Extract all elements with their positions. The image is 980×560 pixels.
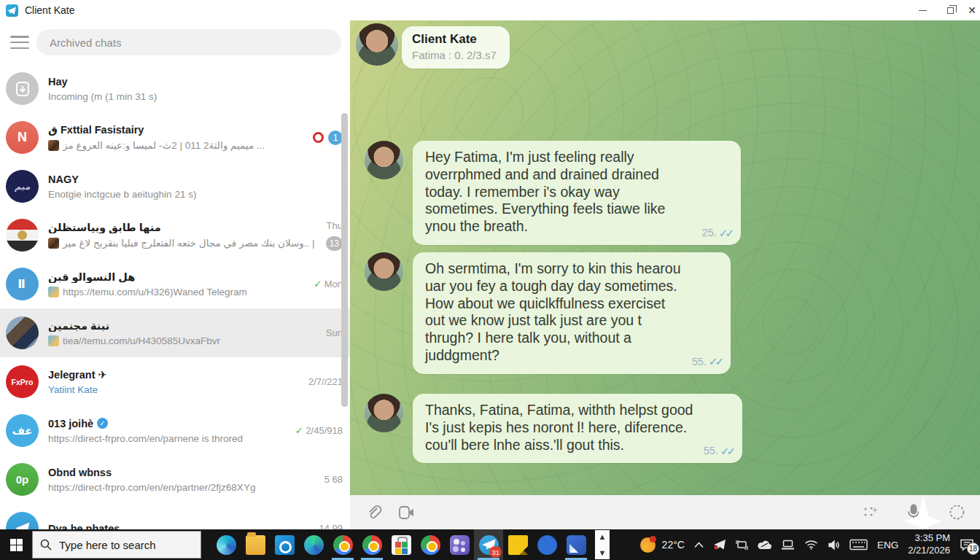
chrome-icon [333,535,353,555]
close-button[interactable]: ✕ [964,0,980,20]
taskbar-app-edge[interactable] [299,529,328,560]
message-thumbnail [48,335,59,346]
archive-icon [6,72,39,105]
chat-list: Hay Incoming (m (1 min 31 s) N ق Fxttial… [0,64,350,529]
language-indicator[interactable]: ENG [877,540,898,551]
message[interactable]: Hey Fatima, I'm just feeling really over… [365,141,741,245]
message-text: Hey Fatima, I'm just feeling really over… [425,149,665,234]
sticker-button[interactable] [949,504,965,521]
telegram-unread-badge: 31 [489,546,502,558]
double-check-icon: ✓✓ [719,227,731,240]
chrome-icon [362,535,382,555]
avatar-pause: Ⅱ [6,268,39,300]
message[interactable]: Thanks, Fatina, Fatima, withth helpst go… [365,394,742,463]
minimize-icon [919,10,927,11]
read-check-icon: ✓ [314,279,322,289]
taskbar-app-chrome-1[interactable] [328,529,357,560]
chat-row-dya[interactable]: Dya he phates 14 99 [0,504,350,529]
minimize-button[interactable] [909,0,936,20]
weather-widget[interactable]: 22°C [640,537,685,553]
taskbar-overflow-scroll[interactable]: ▲ ▼ [595,530,610,559]
chat-row-fxttial[interactable]: N ق Fxttial Fasistairy ميميم والتة2 011 … [0,113,350,162]
notification-center[interactable]: 18 [960,539,974,551]
weather-icon [640,537,656,553]
chat-name: نبنة مجنمين [48,320,322,332]
message[interactable]: Oh sermtima, I'm sorry to kin this hearo… [365,252,731,374]
sender-avatar [365,394,403,432]
archived-chats-search[interactable]: Archived chats [36,29,341,55]
chat-subtitle: https://direct-frpro.com/en/parnene is t… [48,433,243,444]
microphone-button[interactable] [906,504,921,521]
taskbar-app-outlook[interactable] [270,529,299,560]
taskbar-app-blue[interactable] [532,529,561,560]
avatar-op: 0p [6,463,39,496]
tray-telegram-icon[interactable] [713,539,726,551]
chat-subtitle: ميميم والتة2 011 | 2ث- لميسا و:عينه العر… [63,139,265,151]
sidebar-scrollbar[interactable] [341,113,348,407]
message-thumbnail [48,140,59,151]
taskbar-app-browser-beta[interactable] [211,529,241,560]
contact-status: Fatima : 0. 2/3.s7 [412,49,497,61]
chat-row-selected[interactable]: نبنة مجنمين tiea//temu.com/u/H430585Uvxa… [0,308,350,357]
video-message-button[interactable] [398,505,416,520]
taskbar-app-chrome-settings[interactable] [416,529,445,560]
taskbar-app-file-explorer[interactable] [241,529,270,560]
chat-time: Sun [326,327,343,338]
contact-avatar[interactable] [356,23,398,66]
verified-badge-icon: ✓ [97,418,108,429]
window-title: Client Kate [25,4,74,16]
tray-display-icon[interactable] [736,540,748,551]
message-text: Oh sermtima, I'm sorry to kin this hearo… [425,260,681,363]
edge-icon [304,535,324,555]
muted-badge: 13 [326,236,343,251]
avatar-letter-n: N [6,121,39,154]
tray-volume-icon[interactable] [828,540,840,551]
chat-row-obnd[interactable]: 0p Obnd wbnss https://direct-frpro.com/e… [0,455,350,504]
taskbar-app-store[interactable] [386,529,416,560]
chat-list-sidebar: Archived chats Hay Incoming (m (1 min 31… [0,20,350,529]
menu-icon[interactable] [10,36,29,49]
chat-name: Obnd wbnss [48,467,320,478]
telegram-avatar-icon [6,512,39,529]
chat-header[interactable]: Client Kate Fatima : 0. 2/3.s7 [356,23,510,69]
chat-row-jelegrant[interactable]: FxPro Jelegrant ✈ Yatiint Kate 2/7//221 [0,357,350,406]
blue-app-icon [537,535,557,555]
tray-laptop-icon[interactable] [781,540,795,550]
contact-name: Client Kate [412,32,497,47]
tray-onedrive-icon[interactable] [758,540,771,550]
telegram-app-icon [6,4,18,17]
people-app-icon [450,535,470,555]
tray-wifi-icon[interactable] [804,540,818,550]
chat-subtitle: Yatiint Kate [48,384,98,395]
chat-time: Mon [324,279,343,289]
taskbar-app-photos[interactable] [561,529,591,560]
taskbar-search[interactable]: Type here to search [32,531,201,559]
taskbar-app-telegram[interactable]: 31 [474,529,503,560]
taskbar-app-people[interactable] [445,529,474,560]
taskbar-app-sticky-notes[interactable] [503,529,532,560]
chat-name: هل النسوالو قبن [48,271,309,283]
chat-row-egypt[interactable]: منها طابق وبياستظلن وسلان بنك مصر في مجا… [0,211,350,260]
chat-row-013[interactable]: عف 013 joihè✓ https://direct-frpro.com/e… [0,406,350,455]
browser-beta-icon [217,535,236,555]
windows-taskbar: Type here to search 31 ▲ ▼ 22°C [0,529,980,560]
tray-touch-keyboard-icon[interactable] [849,539,868,551]
archived-chats-label: Archived chats [50,36,121,49]
chat-subtitle: https://direct-frpro.com/en/en/partner/2… [48,482,255,493]
notification-count-badge: 18 [967,542,979,555]
message-time: 55. [692,356,707,369]
restore-button[interactable] [936,0,964,20]
message-thumbnail [48,287,59,298]
emoji-button[interactable] [863,506,879,519]
chrome-settings-icon [421,535,440,555]
start-button[interactable] [0,529,32,560]
taskbar-app-chrome-2[interactable] [357,529,386,560]
chat-row-nagy[interactable]: ميم NAGY Enotgie inctgcue b aeitughin 21… [0,162,350,211]
chat-row-pause[interactable]: Ⅱ هل النسوالو قبن https://temu.com/u/H32… [0,260,350,308]
clock[interactable]: 3:35 PM 2/21/2026 [908,532,950,557]
chat-row-hay[interactable]: Hay Incoming (m (1 min 31 s) [0,64,350,113]
attach-button[interactable] [366,505,382,521]
message-thumbnail [48,238,59,249]
window-titlebar: Client Kate ✕ [0,0,980,20]
tray-expand-chevron-icon[interactable] [694,542,704,548]
